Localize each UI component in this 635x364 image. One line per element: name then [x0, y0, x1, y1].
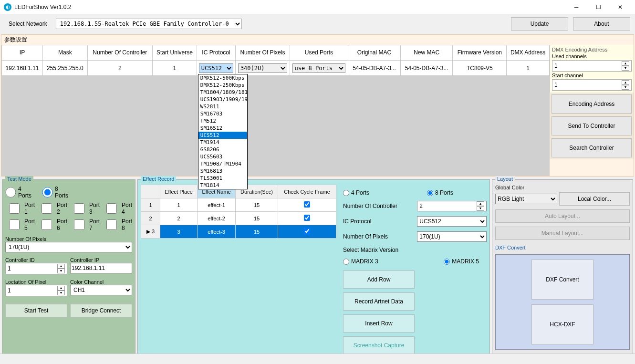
protocol-option[interactable]: GS8206: [198, 146, 247, 153]
title-bar: ◐ LEDForShow Ver1.0.2 ─ ☐ ✕: [0, 0, 635, 14]
layout-panel: Layout Global Color RGB Light Local Colo…: [492, 179, 633, 362]
ic-protocol-dropdown[interactable]: DMX512-500KbpsDMX512-250KbpsTM1804/1809/…: [198, 74, 248, 189]
screenshot-capture-button[interactable]: Screenshot Capture: [343, 336, 415, 354]
cell-dmxaddr[interactable]: 1: [507, 61, 550, 76]
radio-4ports[interactable]: 4 Ports: [5, 186, 31, 199]
cell-fw[interactable]: TC809-V5: [453, 61, 507, 76]
close-button[interactable]: ✕: [609, 0, 631, 14]
ctrl-ip-input[interactable]: [70, 263, 132, 273]
col-usedports: Used Ports: [290, 45, 348, 61]
hcx-dxf-button[interactable]: HCX-DXF: [531, 304, 593, 344]
manual-layout-button[interactable]: Manual Layout...: [495, 227, 630, 240]
start-channel-input[interactable]: 1▲▼: [552, 79, 632, 91]
loc-pixel-label: Loctation Of Pixel: [5, 279, 67, 285]
radio-madrix3[interactable]: MADRIX 3: [343, 258, 419, 265]
cell-startuniv[interactable]: 1: [153, 61, 197, 76]
layout-title: Layout: [495, 176, 515, 182]
used-channels-label: Used channels: [552, 53, 632, 59]
protocol-option[interactable]: TM1814: [198, 182, 247, 189]
used-channels-input[interactable]: 1▲▼: [552, 60, 632, 72]
col-mask: Mask: [43, 45, 88, 61]
maximize-button[interactable]: ☐: [587, 0, 609, 14]
er-numctrl-input[interactable]: 2▲▼: [417, 201, 487, 211]
protocol-option[interactable]: UCS1903/1909/1912: [198, 96, 247, 103]
er-col-place[interactable]: Effect Place: [160, 185, 198, 198]
port-checkbox[interactable]: Port 1: [5, 202, 35, 215]
er-col-chk[interactable]: Check Cycle Frame: [278, 185, 336, 198]
encoding-address-button[interactable]: Encoding Address: [552, 94, 632, 114]
port-checkbox[interactable]: Port 2: [38, 202, 67, 215]
numpixels-select[interactable]: 340(2U): [238, 63, 287, 73]
num-pixels-select[interactable]: 170(1U): [5, 242, 132, 252]
auto-layout-button[interactable]: Auto Layout ..: [495, 209, 630, 223]
global-color-select[interactable]: RGB Light: [495, 194, 557, 204]
ctrl-id-input[interactable]: 1▲▼: [5, 263, 67, 274]
window-title: LEDForShow Ver1.0.2: [14, 4, 565, 10]
up-icon[interactable]: ▲: [622, 80, 629, 85]
cell-mask[interactable]: 255.255.255.0: [43, 61, 88, 76]
cell-newmac[interactable]: 54-05-DB-A7-3...: [400, 61, 453, 76]
port-checkbox[interactable]: Port 5: [5, 218, 35, 231]
cell-numpixels[interactable]: 340(2U): [236, 61, 290, 76]
protocol-option[interactable]: SM16512: [198, 125, 247, 132]
effect-table[interactable]: Effect Place Effect Name Duration(Sec) C…: [141, 185, 336, 239]
col-startuniv: Start Universe: [153, 45, 197, 61]
table-row[interactable]: 11effect-115: [141, 198, 336, 212]
about-button[interactable]: About: [573, 17, 630, 31]
up-icon[interactable]: ▲: [622, 61, 629, 66]
usedports-select[interactable]: use 8 Ports: [292, 63, 346, 73]
protocol-option[interactable]: TM1914: [198, 139, 247, 146]
record-artnet-button[interactable]: Record Artnet Data: [343, 292, 415, 311]
cell-numctrl[interactable]: 2: [87, 61, 152, 76]
port-checkbox[interactable]: Port 7: [70, 218, 100, 231]
protocol-option[interactable]: UCS512: [198, 132, 247, 139]
minimize-button[interactable]: ─: [565, 0, 587, 14]
test-mode-panel: Test Mode 4 Ports 8 Ports Port 1 Port 2 …: [2, 179, 135, 362]
protocol-option[interactable]: TM1804/1809/1812: [198, 89, 247, 96]
port-checkbox[interactable]: Port 6: [38, 218, 67, 231]
dxf-convert-button[interactable]: DXF Convert: [531, 260, 593, 300]
protocol-option[interactable]: DMX512-250Kbps: [198, 82, 247, 89]
global-color-label: Global Color: [495, 185, 630, 190]
protocol-option[interactable]: TM512: [198, 117, 247, 125]
radio-8ports[interactable]: 8 Ports: [42, 186, 68, 199]
down-icon[interactable]: ▼: [622, 66, 629, 71]
er-ic-select[interactable]: UCS512: [417, 216, 487, 227]
protocol-option[interactable]: SM16813: [198, 167, 247, 175]
protocol-option[interactable]: TM1908/TM1904: [198, 160, 247, 167]
local-color-button[interactable]: Local Color...: [559, 192, 630, 206]
radio-madrix5[interactable]: MADRIX 5: [444, 258, 479, 265]
search-controller-button[interactable]: Search Controller: [552, 138, 632, 157]
cell-icprotocol[interactable]: UCS512 DMX512-500KbpsDMX512-250KbpsTM180…: [197, 61, 235, 76]
start-test-button[interactable]: Start Test: [5, 304, 67, 317]
network-select[interactable]: 192.168.1.55-Realtek PCIe GBE Family Con…: [56, 19, 242, 29]
er-npx-select[interactable]: 170(1U): [417, 231, 487, 242]
cell-usedports[interactable]: use 8 Ports: [290, 61, 348, 76]
er-ic-label: IC Protocol: [343, 218, 417, 225]
loc-pixel-input[interactable]: 1▲▼: [5, 285, 67, 296]
protocol-option[interactable]: DMX512-500Kbps: [198, 74, 247, 82]
protocol-option[interactable]: TLS3001: [198, 175, 247, 182]
port-checkbox[interactable]: Port 4: [103, 202, 132, 215]
cell-origmac[interactable]: 54-05-DB-A7-3...: [348, 61, 401, 76]
add-row-button[interactable]: Add Row: [343, 270, 415, 289]
port-checkbox[interactable]: Port 3: [70, 202, 100, 215]
send-to-controller-button[interactable]: Send To Controller: [552, 116, 632, 135]
protocol-option[interactable]: WS2811: [198, 103, 247, 110]
insert-row-button[interactable]: Insert Row: [343, 314, 415, 333]
er-radio-8ports[interactable]: 8 Ports: [427, 189, 453, 196]
ctrl-ip-label: Controller IP: [70, 257, 132, 263]
er-radio-4ports[interactable]: 4 Ports: [343, 189, 419, 196]
port-checkbox[interactable]: Port 8: [103, 218, 132, 231]
cell-ip[interactable]: 192.168.1.11: [2, 61, 43, 76]
down-icon[interactable]: ▼: [622, 85, 629, 90]
table-row[interactable]: ▶ 33effect-315: [141, 225, 336, 239]
protocol-option[interactable]: UCS5603: [198, 153, 247, 160]
ic-protocol-select[interactable]: UCS512: [199, 63, 234, 73]
protocol-option[interactable]: SM16703: [198, 110, 247, 117]
update-button[interactable]: Update: [511, 17, 568, 31]
color-ch-select[interactable]: CH1: [70, 285, 132, 295]
col-numctrl: Number Of Controller: [87, 45, 152, 61]
table-row[interactable]: 22effect-215: [141, 212, 336, 225]
bridge-connect-button[interactable]: Bridge Connect: [70, 304, 132, 317]
